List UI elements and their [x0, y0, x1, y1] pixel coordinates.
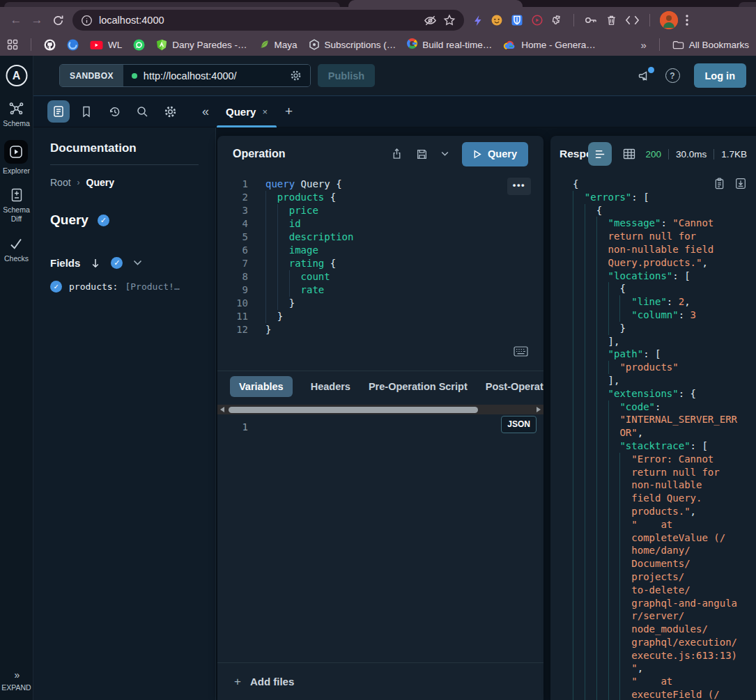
- endpoint-input[interactable]: http://localhost:4000/: [123, 65, 310, 86]
- back-arrow-icon[interactable]: ←: [6, 13, 26, 27]
- active-tab[interactable]: [348, 0, 523, 7]
- tab-post-operation[interactable]: Post-Operation: [486, 376, 543, 397]
- scroll-left-arrow-icon[interactable]: [220, 407, 224, 412]
- sort-arrow-icon[interactable]: [91, 258, 100, 269]
- code-line[interactable]: 1query Query {: [217, 178, 543, 191]
- address-bar[interactable]: localhost:4000: [72, 10, 464, 31]
- breadcrumb-root[interactable]: Root: [50, 177, 71, 188]
- bookmark-item[interactable]: [133, 39, 145, 51]
- json-token: :: [667, 296, 679, 307]
- history-button[interactable]: [103, 100, 125, 123]
- tab-query[interactable]: Query ×: [217, 96, 277, 127]
- all-bookmarks[interactable]: All Bookmarks: [672, 40, 749, 50]
- bookmark-item[interactable]: [44, 39, 56, 51]
- bookmark-item[interactable]: Subscriptions (…: [309, 39, 396, 51]
- forward-arrow-icon[interactable]: →: [26, 13, 47, 27]
- browser-menu-icon[interactable]: [686, 14, 688, 26]
- query-editor[interactable]: 1query Query {2 products {3 price4 id5 d…: [217, 172, 543, 371]
- bookmark-item[interactable]: [67, 39, 79, 51]
- breadcrumb: Root › Query: [50, 177, 199, 188]
- bookmark-item[interactable]: Maya: [259, 39, 298, 50]
- tab-headers[interactable]: Headers: [311, 376, 350, 397]
- login-button[interactable]: Log in: [694, 63, 747, 88]
- editor-overflow-menu[interactable]: •••: [507, 178, 531, 195]
- rail-item-checks[interactable]: Checks: [4, 236, 29, 263]
- share-icon[interactable]: [391, 148, 403, 160]
- indent-guide: [608, 570, 609, 584]
- indent-guide: [573, 531, 573, 545]
- copy-clipboard-icon[interactable]: [714, 178, 725, 189]
- keyboard-shortcuts-icon[interactable]: [514, 346, 528, 357]
- apps-grid-icon[interactable]: [7, 39, 18, 50]
- bookmark-star-icon[interactable]: [443, 14, 456, 26]
- site-info-icon[interactable]: [81, 15, 93, 26]
- bookmark-item[interactable]: Home - Genera…: [503, 40, 596, 50]
- table-view-button[interactable]: [619, 142, 640, 166]
- rail-item-schema[interactable]: Schema: [3, 100, 30, 128]
- extensions-puzzle-icon[interactable]: [551, 14, 564, 26]
- code-line[interactable]: 10 }: [217, 297, 543, 310]
- scroll-right-arrow-icon[interactable]: [537, 407, 541, 412]
- bookmark-item[interactable]: WL: [90, 40, 122, 50]
- recorder-extension-icon[interactable]: [531, 14, 543, 26]
- save-chevron-down-icon[interactable]: [441, 151, 449, 157]
- inactive-tab[interactable]: [739, 2, 756, 7]
- collapse-panel-icon[interactable]: «: [202, 104, 209, 119]
- bookmark-item[interactable]: Dany Paredes -…: [156, 39, 247, 51]
- settings-gear-button[interactable]: [159, 100, 181, 123]
- raw-view-button[interactable]: [588, 142, 612, 166]
- lightning-extension-icon[interactable]: [472, 15, 483, 26]
- profile-avatar[interactable]: [660, 11, 678, 29]
- saved-operations-bookmark-button[interactable]: [75, 100, 98, 123]
- inactive-tab[interactable]: [4, 2, 340, 7]
- code-line[interactable]: 6 image: [217, 244, 543, 257]
- add-tab-button[interactable]: +: [285, 104, 293, 119]
- announcements-megaphone-icon[interactable]: [638, 70, 651, 82]
- code-line[interactable]: 4 id: [217, 217, 543, 231]
- download-icon[interactable]: [735, 178, 746, 189]
- scrollbar-thumb[interactable]: [229, 407, 478, 413]
- tab-pre-operation-script[interactable]: Pre-Operation Script: [369, 376, 468, 397]
- json-token: : [: [691, 440, 708, 451]
- apollo-logo[interactable]: A: [6, 65, 27, 86]
- code-line[interactable]: 8 count: [217, 270, 543, 283]
- endpoint-settings-gear-icon[interactable]: [290, 70, 302, 81]
- check-badge-icon[interactable]: ✓: [111, 257, 123, 269]
- publish-button[interactable]: Publish: [318, 64, 375, 87]
- help-button[interactable]: ?: [665, 68, 680, 83]
- code-line[interactable]: 3 price: [217, 204, 543, 217]
- trash-icon[interactable]: [605, 14, 617, 26]
- rail-item-explorer[interactable]: Explorer: [3, 140, 30, 176]
- code-line[interactable]: 5 description: [217, 231, 543, 244]
- tab-variables[interactable]: Variables: [230, 376, 293, 397]
- hide-eye-icon[interactable]: [424, 14, 437, 27]
- field-products[interactable]: ✓ products: [Product!…: [50, 281, 199, 293]
- code-brackets-icon[interactable]: [625, 15, 640, 26]
- key-icon[interactable]: [584, 15, 598, 26]
- run-query-button[interactable]: Query: [462, 142, 528, 166]
- close-tab-icon[interactable]: ×: [262, 107, 268, 117]
- code-line[interactable]: 7 rating {: [217, 257, 543, 270]
- bitwarden-extension-icon[interactable]: [511, 14, 523, 26]
- chevron-down-icon[interactable]: [133, 260, 142, 266]
- indent-guide: [619, 675, 620, 688]
- emoji-extension-icon[interactable]: [491, 14, 503, 26]
- check-badge-icon[interactable]: ✓: [50, 281, 62, 293]
- expand-rail-button[interactable]: » EXPAND: [0, 669, 33, 692]
- code-line[interactable]: 2 products {: [217, 191, 543, 204]
- bookmark-item[interactable]: Build real-time…: [407, 38, 492, 52]
- documentation-panel-button[interactable]: [47, 100, 70, 123]
- code-text: }: [265, 310, 283, 323]
- rail-item-schema-diff[interactable]: Schema Diff: [1, 187, 33, 224]
- horizontal-scrollbar[interactable]: [217, 405, 543, 414]
- response-line: to-delete/: [573, 584, 756, 597]
- bookmarks-overflow-chevron[interactable]: »: [640, 39, 646, 51]
- code-line[interactable]: 11 }: [217, 310, 543, 323]
- code-line[interactable]: 9 rate: [217, 283, 543, 297]
- search-button[interactable]: [131, 100, 153, 123]
- save-icon[interactable]: [416, 148, 428, 160]
- add-files-button[interactable]: + Add files: [217, 662, 543, 700]
- reload-icon[interactable]: [47, 15, 68, 26]
- variables-editor[interactable]: 1 JSON: [217, 414, 543, 434]
- code-line[interactable]: 12}: [217, 323, 543, 336]
